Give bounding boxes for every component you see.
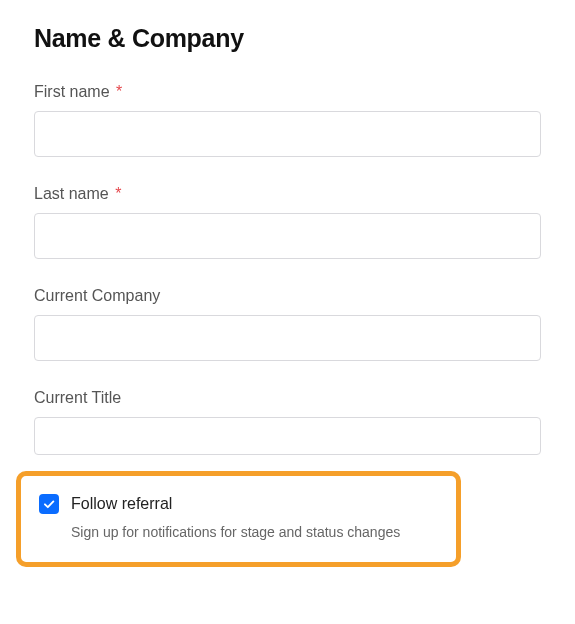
label-row: First name * [34,83,541,101]
follow-referral-row: Follow referral [39,494,438,514]
current-title-input[interactable] [34,417,541,455]
field-first-name: First name * [34,83,541,157]
current-title-label: Current Title [34,389,121,406]
current-company-label: Current Company [34,287,160,304]
field-current-company: Current Company [34,287,541,361]
follow-referral-checkbox[interactable] [39,494,59,514]
label-row: Current Title [34,389,541,407]
field-last-name: Last name * [34,185,541,259]
label-row: Last name * [34,185,541,203]
field-current-title: Current Title [34,389,541,455]
required-star: * [116,83,122,100]
follow-referral-description: Sign up for notifications for stage and … [71,524,438,540]
label-row: Current Company [34,287,541,305]
follow-referral-label: Follow referral [71,495,172,513]
check-icon [42,497,56,511]
follow-referral-highlight: Follow referral Sign up for notification… [16,471,461,567]
required-star: * [115,185,121,202]
current-company-input[interactable] [34,315,541,361]
last-name-label: Last name [34,185,109,202]
form-container: Name & Company First name * Last name * … [0,0,575,567]
first-name-input[interactable] [34,111,541,157]
first-name-label: First name [34,83,110,100]
section-title: Name & Company [34,24,541,53]
last-name-input[interactable] [34,213,541,259]
